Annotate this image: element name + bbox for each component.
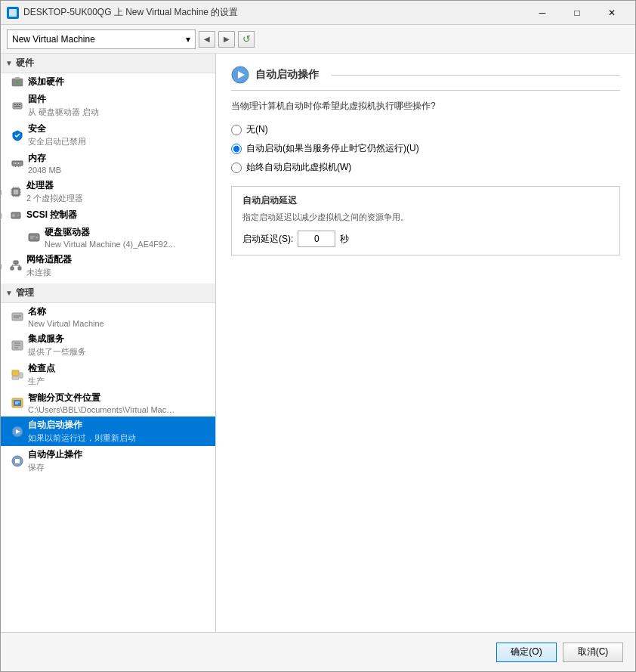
security-label: 安全 bbox=[28, 122, 209, 135]
harddisk-label: 硬盘驱动器 bbox=[45, 226, 209, 239]
auto-stop-sub: 保存 bbox=[28, 462, 209, 473]
svg-rect-7 bbox=[17, 104, 18, 105]
checkpoints-label: 检查点 bbox=[28, 362, 209, 375]
svg-rect-43 bbox=[11, 267, 14, 270]
refresh-button[interactable]: ↺ bbox=[238, 31, 255, 48]
svg-rect-13 bbox=[17, 163, 17, 164]
sidebar-item-memory[interactable]: 内存 2048 MB bbox=[1, 150, 215, 177]
management-collapse-icon: ▼ bbox=[5, 289, 13, 297]
memory-icon bbox=[11, 157, 23, 169]
delay-row: 启动延迟(S): 秒 bbox=[242, 231, 609, 247]
minimize-button[interactable]: ─ bbox=[525, 1, 560, 25]
svg-rect-58 bbox=[20, 373, 23, 378]
processor-expand-icon: ▢ bbox=[1, 187, 4, 197]
panel-header-icon bbox=[231, 66, 249, 84]
panel-title: 自动启动操作 bbox=[255, 68, 319, 82]
integration-label: 集成服务 bbox=[28, 333, 209, 345]
option-none[interactable]: 无(N) bbox=[231, 123, 620, 136]
window-title: DESKTOP-5UK00QG 上 New Virtual Machine 的设… bbox=[23, 6, 525, 19]
firmware-sub: 从 硬盘驱动器 启动 bbox=[28, 107, 209, 118]
delay-unit: 秒 bbox=[340, 233, 349, 246]
sidebar-item-harddisk[interactable]: 硬盘驱动器 New Virtual Machine (4)_AE4F9243-0… bbox=[1, 224, 215, 251]
autostart-icon bbox=[11, 426, 23, 438]
svg-rect-60 bbox=[14, 400, 21, 406]
svg-rect-44 bbox=[18, 267, 21, 270]
panel-description: 当物理计算机自动时你希望此虚拟机执行哪些操作? bbox=[231, 100, 620, 113]
radio-none[interactable] bbox=[231, 125, 242, 135]
svg-rect-18 bbox=[17, 166, 17, 167]
sidebar-item-scsi[interactable]: ▣ SCSI 控制器 bbox=[1, 206, 215, 224]
firmware-label: 固件 bbox=[28, 93, 209, 106]
network-sub: 未连接 bbox=[26, 267, 209, 278]
close-button[interactable]: ✕ bbox=[594, 1, 629, 25]
sidebar-item-firmware[interactable]: 固件 从 硬盘驱动器 启动 bbox=[1, 91, 215, 120]
sidebar-item-network[interactable]: ▢ 网络适配器 未连接 bbox=[1, 251, 215, 280]
checkpoint-icon bbox=[11, 369, 23, 381]
svg-rect-22 bbox=[14, 190, 18, 194]
processor-icon bbox=[10, 186, 22, 198]
management-section-label: 管理 bbox=[16, 286, 34, 299]
forward-button[interactable]: ▶ bbox=[218, 31, 235, 48]
svg-rect-6 bbox=[14, 104, 16, 105]
svg-rect-12 bbox=[15, 163, 16, 164]
autostop-icon bbox=[11, 455, 23, 467]
svg-rect-8 bbox=[19, 104, 20, 105]
management-section-header: ▼ 管理 bbox=[1, 283, 215, 303]
svg-rect-9 bbox=[14, 106, 20, 107]
radio-auto-start-if-running[interactable] bbox=[231, 144, 242, 154]
security-icon bbox=[11, 129, 23, 141]
sidebar-item-integration[interactable]: 集成服务 提供了一些服务 bbox=[1, 330, 215, 360]
svg-rect-17 bbox=[15, 166, 16, 167]
add-hardware-label: 添加硬件 bbox=[28, 76, 64, 88]
security-sub: 安全启动已禁用 bbox=[28, 136, 209, 147]
sidebar-item-processor[interactable]: ▢ bbox=[1, 177, 215, 206]
delay-input[interactable] bbox=[298, 231, 335, 247]
left-panel: ▼ 硬件 添加硬件 bbox=[1, 54, 216, 632]
back-button[interactable]: ◀ bbox=[199, 31, 215, 48]
title-bar-buttons: ─ □ ✕ bbox=[525, 1, 629, 25]
main-content: ▼ 硬件 添加硬件 bbox=[1, 54, 635, 632]
auto-start-label: 自动启动操作 bbox=[28, 419, 209, 432]
integration-sub: 提供了一些服务 bbox=[28, 346, 209, 358]
network-icon bbox=[10, 260, 22, 272]
svg-rect-66 bbox=[15, 459, 20, 463]
processor-label: 处理器 bbox=[26, 179, 209, 192]
hardware-collapse-icon: ▼ bbox=[5, 59, 13, 67]
sidebar-item-vm-name[interactable]: 名称 New Virtual Machine bbox=[1, 303, 215, 330]
smart-paging-label: 智能分页文件位置 bbox=[28, 392, 209, 404]
harddisk-sub: New Virtual Machine (4)_AE4F9243-0C… bbox=[45, 240, 181, 249]
svg-point-37 bbox=[17, 215, 19, 216]
smartpaging-icon bbox=[11, 397, 23, 409]
cancel-button[interactable]: 取消(C) bbox=[563, 643, 623, 662]
auto-stop-label: 自动停止操作 bbox=[28, 448, 209, 461]
title-bar: DESKTOP-5UK00QG 上 New Virtual Machine 的设… bbox=[1, 1, 635, 25]
memory-sub: 2048 MB bbox=[28, 166, 209, 175]
option-always-auto-start-label: 始终自动启动此虚拟机(W) bbox=[246, 161, 351, 174]
auto-start-sub: 如果以前运行过，则重新启动 bbox=[28, 432, 209, 444]
svg-rect-11 bbox=[14, 163, 14, 164]
delay-section: 自动启动延迟 指定启动延迟以减少虚拟机之间的资源争用。 启动延迟(S): 秒 bbox=[231, 186, 620, 255]
sidebar-item-auto-start[interactable]: 自动启动操作 如果以前运行过，则重新启动 bbox=[1, 417, 215, 446]
ok-button[interactable]: 确定(O) bbox=[496, 643, 557, 662]
delay-description: 指定启动延迟以减少虚拟机之间的资源争用。 bbox=[242, 212, 609, 223]
option-auto-start-if-running[interactable]: 自动启动(如果当服务停止时它仍然运行)(U) bbox=[231, 142, 620, 155]
toolbar: New Virtual Machine ▾ ◀ ▶ ↺ bbox=[1, 25, 635, 54]
network-expand-icon: ▢ bbox=[1, 261, 4, 271]
sidebar-item-checkpoints[interactable]: 检查点 生产 bbox=[1, 360, 215, 389]
maximize-button[interactable]: □ bbox=[560, 1, 594, 25]
svg-rect-14 bbox=[18, 163, 19, 164]
radio-always-auto-start[interactable] bbox=[231, 163, 242, 173]
sidebar-item-add-hardware[interactable]: 添加硬件 bbox=[1, 73, 215, 91]
scsi-label: SCSI 控制器 bbox=[26, 209, 209, 221]
network-label: 网络适配器 bbox=[26, 253, 209, 266]
harddisk-icon bbox=[28, 231, 40, 243]
panel-header: 自动启动操作 bbox=[231, 66, 620, 91]
sidebar-item-auto-stop[interactable]: 自动停止操作 保存 bbox=[1, 446, 215, 475]
sidebar-item-security[interactable]: 安全 安全启动已禁用 bbox=[1, 120, 215, 150]
delay-label: 启动延迟(S): bbox=[242, 233, 293, 246]
option-always-auto-start[interactable]: 始终自动启动此虚拟机(W) bbox=[231, 161, 620, 174]
option-none-label: 无(N) bbox=[246, 123, 268, 136]
vm-selector-dropdown[interactable]: New Virtual Machine ▾ bbox=[7, 29, 196, 49]
sidebar-item-smart-paging[interactable]: 智能分页文件位置 C:\Users\BBL\Documents\Virtual … bbox=[1, 389, 215, 417]
smart-paging-sub: C:\Users\BBL\Documents\Virtual Machines\… bbox=[28, 405, 179, 414]
